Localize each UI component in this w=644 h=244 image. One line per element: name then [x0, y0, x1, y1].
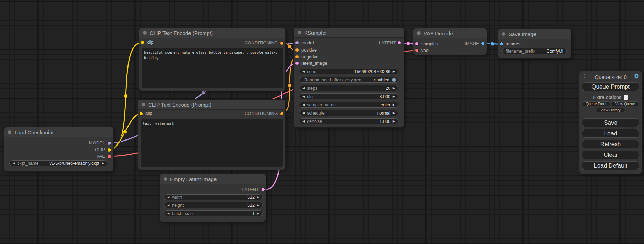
- comfyui-canvas[interactable]: { "colors": { "model": "#B39DDB", "clip"…: [0, 0, 644, 244]
- increment-arrow-icon[interactable]: ▶: [393, 70, 395, 73]
- save-button[interactable]: Save: [582, 118, 639, 127]
- image-output-port[interactable]: [481, 42, 485, 45]
- increment-arrow-icon[interactable]: ▶: [257, 212, 259, 215]
- denoise-widget[interactable]: ◀ denoise 1.000 ▶: [299, 118, 398, 124]
- vae-input-port[interactable]: [415, 48, 419, 52]
- model-output-port[interactable]: [107, 141, 111, 145]
- node-save-image[interactable]: Save Image images filename_prefix ComfyU…: [498, 29, 571, 58]
- positive-prompt-textarea[interactable]: beautiful scenery nature glass bottle la…: [142, 48, 283, 88]
- latent-output-port[interactable]: [261, 188, 265, 191]
- clip-output-label: CLIP: [95, 147, 105, 153]
- steps-widget[interactable]: ◀ steps 20 ▶: [299, 85, 398, 91]
- link-midpoint-clip-to-positive[interactable]: [124, 94, 128, 98]
- link-midpoint-sampled-latent[interactable]: [406, 42, 410, 45]
- widget-label: ckpt_name: [17, 161, 38, 166]
- increment-arrow-icon[interactable]: ▶: [257, 204, 259, 207]
- collapse-dot-icon[interactable]: [417, 31, 421, 35]
- collapse-dot-icon[interactable]: [164, 177, 167, 181]
- decrement-arrow-icon[interactable]: ◀: [302, 70, 305, 73]
- node-title-bar[interactable]: Save Image: [498, 29, 571, 39]
- latent-image-input-port[interactable]: [295, 61, 299, 65]
- samples-input-label: samples: [421, 41, 438, 47]
- vae-output-port[interactable]: [107, 155, 111, 159]
- width-widget[interactable]: ◀ width 512 ▶: [164, 194, 263, 200]
- node-title: CLIP Text Encode (Prompt): [148, 102, 211, 108]
- decrement-arrow-icon[interactable]: ◀: [302, 103, 305, 106]
- collapse-dot-icon[interactable]: [298, 31, 301, 34]
- decrement-arrow-icon[interactable]: ◀: [302, 120, 305, 123]
- view-queue-button[interactable]: View Queue: [611, 101, 639, 106]
- node-ksampler[interactable]: KSampler model positive negative latent_…: [294, 28, 404, 127]
- scheduler-widget[interactable]: ◀ scheduler normal ▶: [299, 110, 398, 116]
- vae-output-label: VAE: [96, 153, 105, 160]
- extra-options-checkbox[interactable]: [624, 95, 628, 100]
- decrement-arrow-icon[interactable]: ◀: [167, 212, 169, 215]
- increment-arrow-icon[interactable]: ▶: [393, 112, 395, 115]
- link-midpoint-clip-to-negative[interactable]: [123, 130, 127, 134]
- seed-widget[interactable]: ◀ seed 156680208700286 ▶: [299, 69, 398, 74]
- latent-output-port[interactable]: [397, 41, 401, 45]
- load-default-button[interactable]: Load Default: [582, 161, 639, 170]
- positive-input-label: positive: [301, 47, 317, 53]
- queue-prompt-button[interactable]: Queue Prompt: [582, 82, 639, 91]
- node-load-checkpoint[interactable]: Load Checkpoint MODEL CLIP VAE ◀ ckpt_na…: [4, 127, 113, 171]
- refresh-button[interactable]: Refresh: [582, 140, 639, 148]
- negative-input-port[interactable]: [295, 55, 299, 59]
- negative-prompt-textarea[interactable]: text, watermark: [141, 119, 283, 167]
- increment-arrow-icon[interactable]: ▶: [102, 162, 104, 165]
- height-widget[interactable]: ◀ height 512 ▶: [164, 202, 263, 208]
- node-title-bar[interactable]: VAE Decode: [413, 28, 487, 38]
- decrement-arrow-icon[interactable]: ◀: [167, 196, 169, 199]
- increment-arrow-icon[interactable]: ▶: [257, 196, 259, 199]
- link-midpoint-image[interactable]: [491, 42, 494, 46]
- clip-input-port[interactable]: [139, 112, 143, 116]
- node-vae-decode[interactable]: VAE Decode samples vae IMAGE: [413, 28, 487, 55]
- settings-gear-icon[interactable]: [634, 73, 639, 79]
- collapse-dot-icon[interactable]: [502, 32, 505, 36]
- queue-front-button[interactable]: Queue Front: [582, 101, 610, 106]
- random-seed-toggle[interactable]: [392, 78, 396, 82]
- increment-arrow-icon[interactable]: ▶: [393, 120, 395, 123]
- increment-arrow-icon[interactable]: ▶: [393, 103, 395, 106]
- increment-arrow-icon[interactable]: ▶: [393, 87, 395, 90]
- collapse-dot-icon[interactable]: [8, 130, 11, 134]
- vae-input-label: vae: [421, 47, 429, 54]
- conditioning-output-port[interactable]: [280, 41, 284, 45]
- clip-output-port[interactable]: [107, 148, 111, 152]
- images-input-port[interactable]: [500, 42, 503, 46]
- collapse-dot-icon[interactable]: [143, 31, 147, 35]
- load-button[interactable]: Load: [582, 129, 639, 138]
- node-empty-latent-image[interactable]: Empty Latent Image LATENT ◀ width 512 ▶ …: [160, 174, 266, 222]
- node-title-bar[interactable]: Empty Latent Image: [160, 174, 266, 184]
- view-history-button[interactable]: View History: [596, 108, 625, 112]
- conditioning-output-port[interactable]: [280, 112, 284, 116]
- filename-prefix-widget[interactable]: filename_prefix ComfyUI: [502, 48, 567, 54]
- node-title-bar[interactable]: CLIP Text Encode (Prompt): [139, 28, 285, 38]
- ckpt-name-widget[interactable]: ◀ ckpt_name v1-5-pruned-emaonly.ckpt ▶: [9, 160, 107, 166]
- samples-input-port[interactable]: [415, 42, 419, 46]
- decrement-arrow-icon[interactable]: ◀: [302, 95, 305, 98]
- link-midpoint-model[interactable]: [201, 91, 205, 95]
- decrement-arrow-icon[interactable]: ◀: [302, 87, 305, 90]
- node-title-bar[interactable]: CLIP Text Encode (Prompt): [138, 100, 285, 110]
- positive-input-port[interactable]: [295, 48, 299, 52]
- node-clip-text-encode-positive[interactable]: CLIP Text Encode (Prompt) clip CONDITION…: [139, 28, 285, 91]
- link-midpoint-cond-negative[interactable]: [288, 83, 292, 87]
- batch-size-widget[interactable]: ◀ batch_size 1 ▶: [164, 210, 263, 216]
- model-output-label: MODEL: [89, 140, 105, 146]
- decrement-arrow-icon[interactable]: ◀: [13, 162, 15, 165]
- node-title-bar[interactable]: Load Checkpoint: [4, 127, 113, 137]
- sampler-name-widget[interactable]: ◀ sampler_name euler ▶: [299, 102, 398, 108]
- decrement-arrow-icon[interactable]: ◀: [302, 112, 305, 115]
- node-clip-text-encode-negative[interactable]: CLIP Text Encode (Prompt) clip CONDITION…: [138, 100, 285, 170]
- random-seed-widget[interactable]: Random seed after every gen enabled: [299, 77, 398, 83]
- clip-input-port[interactable]: [141, 40, 144, 44]
- clear-button[interactable]: Clear: [582, 151, 639, 159]
- link-midpoint-cond-positive[interactable]: [288, 45, 292, 48]
- collapse-dot-icon[interactable]: [142, 103, 145, 106]
- model-input-port[interactable]: [295, 41, 299, 45]
- increment-arrow-icon[interactable]: ▶: [393, 95, 395, 98]
- node-title-bar[interactable]: KSampler: [294, 28, 404, 38]
- decrement-arrow-icon[interactable]: ◀: [167, 204, 169, 207]
- cfg-widget[interactable]: ◀ cfg 8.000 ▶: [299, 93, 398, 99]
